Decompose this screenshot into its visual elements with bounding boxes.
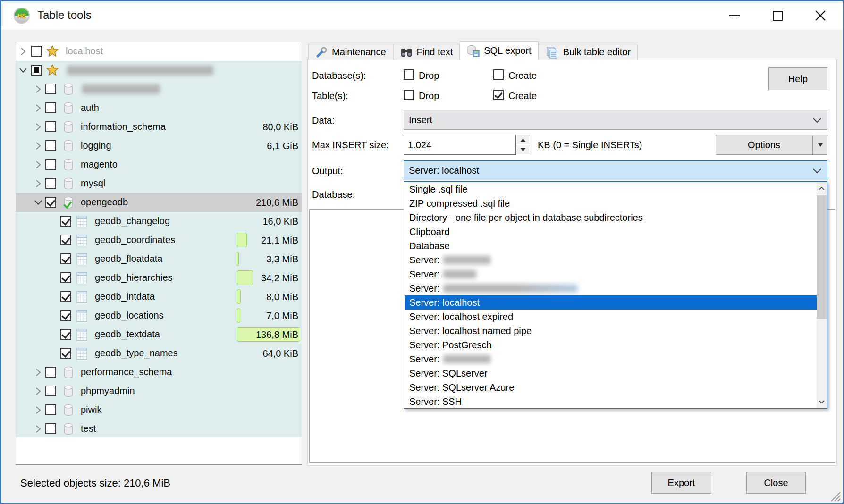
dropdown-item[interactable]: Database bbox=[405, 239, 817, 253]
tree-row[interactable]: performance_schema bbox=[16, 363, 302, 382]
tree-chevron[interactable] bbox=[34, 368, 42, 377]
scroll-up-button[interactable] bbox=[817, 182, 827, 194]
minimize-button[interactable] bbox=[719, 1, 750, 30]
dropdown-item[interactable]: Clipboard bbox=[405, 225, 817, 239]
tab-bulk-table-editor[interactable]: Bulk table editor bbox=[539, 44, 638, 60]
dropdown-item[interactable]: Server: localhost bbox=[405, 295, 817, 310]
stepper-down-button[interactable] bbox=[517, 145, 529, 154]
wrench-icon bbox=[315, 46, 328, 59]
tables-create-checkbox[interactable] bbox=[493, 90, 504, 100]
dropdown-item[interactable]: Directory - one file per object in datab… bbox=[405, 210, 817, 225]
tree-row[interactable]: geodb_locations7,0 MiB bbox=[16, 306, 302, 325]
export-button[interactable]: Export bbox=[651, 472, 711, 494]
tree-checkbox[interactable] bbox=[45, 404, 56, 415]
tree-item-label: piwik bbox=[81, 404, 101, 415]
tree-checkbox[interactable] bbox=[45, 102, 56, 113]
tree-checkbox[interactable] bbox=[60, 216, 71, 227]
tree-chevron[interactable] bbox=[34, 104, 42, 112]
tree-row[interactable]: geodb_hierarchies34,2 MiB bbox=[16, 269, 302, 287]
max-insert-size-input[interactable]: 1.024 bbox=[404, 135, 516, 155]
tree-chevron[interactable] bbox=[34, 387, 42, 395]
close-button[interactable]: Close bbox=[746, 472, 806, 494]
tree-row[interactable]: localhost bbox=[16, 42, 302, 61]
tree-row[interactable]: piwik bbox=[16, 401, 302, 420]
tree-row[interactable]: geodb_floatdata3,3 MiB bbox=[16, 250, 302, 269]
tree-row[interactable]: auth bbox=[16, 99, 302, 118]
dropdown-item[interactable]: Server: bbox=[405, 267, 817, 281]
resize-grip[interactable] bbox=[827, 488, 841, 502]
tree-chevron[interactable] bbox=[34, 123, 42, 131]
tree-checkbox[interactable] bbox=[60, 235, 71, 245]
tree-chevron[interactable] bbox=[34, 160, 42, 169]
options-dropdown-button[interactable] bbox=[812, 135, 827, 155]
tree-checkbox[interactable] bbox=[45, 159, 56, 170]
tree-row[interactable]: mysql bbox=[16, 174, 302, 193]
tree-row[interactable]: logging6,1 GiB bbox=[16, 136, 302, 155]
help-button[interactable]: Help bbox=[768, 67, 827, 90]
dropdown-item[interactable]: Server: localhost expired bbox=[405, 310, 817, 324]
tree-row[interactable]: geodb_changelog16,0 KiB bbox=[16, 212, 302, 231]
dropdown-item[interactable]: Single .sql file bbox=[405, 182, 817, 196]
tree-checkbox[interactable] bbox=[45, 121, 56, 132]
tree-checkbox[interactable] bbox=[45, 84, 56, 94]
data-combobox[interactable]: Insert bbox=[404, 110, 827, 130]
scroll-down-button[interactable] bbox=[817, 395, 827, 408]
scrollbar-thumb[interactable] bbox=[817, 195, 827, 319]
tree-row[interactable]: test bbox=[16, 420, 302, 438]
dropdown-item[interactable]: Server: bbox=[405, 281, 817, 295]
tab-sql-export[interactable]: SQL export bbox=[460, 41, 538, 60]
tree-checkbox[interactable] bbox=[45, 140, 56, 151]
tree-chevron[interactable] bbox=[19, 47, 27, 56]
tree-chevron[interactable] bbox=[34, 425, 42, 433]
options-button[interactable]: Options bbox=[716, 135, 827, 155]
tree-checkbox[interactable] bbox=[31, 46, 42, 57]
tree-row[interactable]: geodb_type_names64,0 KiB bbox=[16, 344, 302, 363]
tables-drop-checkbox[interactable] bbox=[404, 90, 414, 100]
tree-row[interactable]: magento bbox=[16, 155, 302, 174]
tree-checkbox[interactable] bbox=[60, 253, 71, 264]
stepper-up-button[interactable] bbox=[517, 135, 529, 144]
databases-create-checkbox[interactable] bbox=[493, 69, 504, 80]
dropdown-scrollbar[interactable] bbox=[817, 182, 827, 408]
databases-drop-checkbox[interactable] bbox=[404, 69, 414, 80]
dropdown-item[interactable]: Server: localhost named pipe bbox=[405, 324, 817, 338]
tree-chevron[interactable] bbox=[19, 66, 27, 75]
tree-checkbox[interactable] bbox=[60, 272, 71, 283]
dropdown-item[interactable]: Server: bbox=[405, 253, 817, 267]
tree-row[interactable]: opengeodb210,6 MiB bbox=[16, 193, 302, 212]
tree-chevron[interactable] bbox=[34, 406, 42, 414]
tree-chevron[interactable] bbox=[34, 179, 42, 188]
tree-chevron[interactable] bbox=[34, 198, 42, 207]
tree-row[interactable]: geodb_intdata8,0 MiB bbox=[16, 287, 302, 306]
output-combobox[interactable]: Server: localhost bbox=[404, 160, 827, 180]
close-window-button[interactable] bbox=[805, 1, 836, 30]
tree-checkbox[interactable] bbox=[60, 310, 71, 321]
tree-row[interactable] bbox=[16, 61, 302, 80]
tab-maintenance[interactable]: Maintenance bbox=[308, 44, 393, 60]
dropdown-item[interactable]: ZIP compressed .sql file bbox=[405, 196, 817, 210]
tree-chevron[interactable] bbox=[34, 85, 42, 93]
tree-checkbox[interactable] bbox=[31, 65, 42, 76]
tree-checkbox[interactable] bbox=[60, 348, 71, 359]
tree-checkbox[interactable] bbox=[45, 178, 56, 189]
tree-checkbox[interactable] bbox=[45, 197, 56, 208]
tree-row[interactable] bbox=[16, 80, 302, 99]
tree-checkbox[interactable] bbox=[60, 329, 71, 340]
dropdown-item[interactable]: Server: bbox=[405, 352, 817, 366]
dropdown-item[interactable]: Server: SQLserver Azure bbox=[405, 380, 817, 395]
maximize-button[interactable] bbox=[762, 1, 793, 30]
tree-checkbox[interactable] bbox=[45, 386, 56, 396]
tab-find-text[interactable]: Find text bbox=[393, 44, 460, 60]
tree-row[interactable]: geodb_coordinates21,1 MiB bbox=[16, 231, 302, 250]
tree-row[interactable]: geodb_textdata136,8 MiB bbox=[16, 325, 302, 344]
tree-row[interactable]: phpmyadmin bbox=[16, 382, 302, 401]
tree-chevron[interactable] bbox=[34, 142, 42, 150]
dropdown-item[interactable]: Server: SSH bbox=[405, 395, 817, 409]
tree-checkbox[interactable] bbox=[45, 367, 56, 378]
dropdown-item[interactable]: Server: PostGresch bbox=[405, 338, 817, 352]
object-tree[interactable]: localhost auth information_schema80,0 Ki… bbox=[16, 42, 302, 465]
tree-row[interactable]: information_schema80,0 KiB bbox=[16, 118, 302, 136]
tree-checkbox[interactable] bbox=[60, 291, 71, 302]
dropdown-item[interactable]: Server: SQLserver bbox=[405, 366, 817, 380]
tree-checkbox[interactable] bbox=[45, 423, 56, 434]
